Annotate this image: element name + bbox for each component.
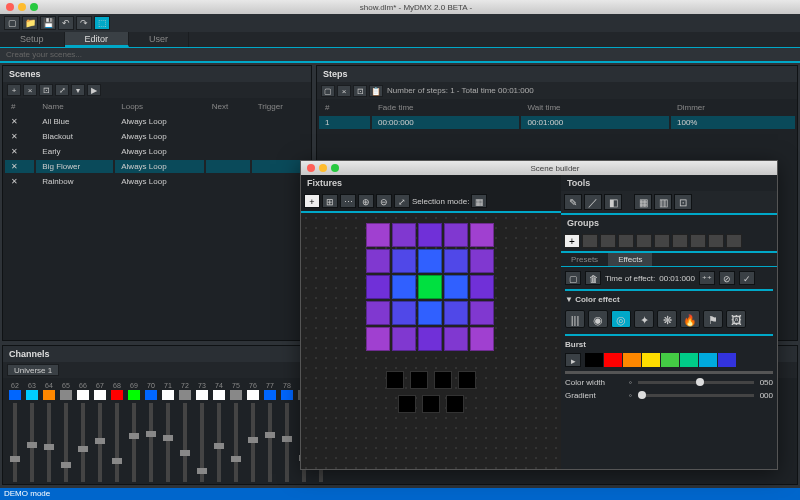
fixture-cell[interactable]	[418, 249, 442, 273]
grid-tool-2[interactable]: ▥	[654, 194, 672, 210]
fit-button[interactable]: ⤢	[394, 194, 410, 208]
group-slot[interactable]	[636, 234, 652, 248]
step-button[interactable]: ⁺⁺	[699, 271, 715, 285]
fixture-cell[interactable]	[418, 275, 442, 299]
copy-step-button[interactable]: ⊡	[353, 85, 367, 97]
channel-fader[interactable]: 69	[126, 382, 142, 484]
effect-type-burst[interactable]: ◎	[611, 310, 631, 328]
fixture-cell[interactable]	[470, 223, 494, 247]
scene-builder-titlebar[interactable]: Scene builder	[301, 161, 777, 175]
fixture-canvas[interactable]	[301, 213, 561, 469]
eraser-tool[interactable]: ◧	[604, 194, 622, 210]
new-button[interactable]: ▢	[4, 16, 20, 30]
fixture-black[interactable]	[446, 395, 464, 413]
tab-presets[interactable]: Presets	[561, 253, 608, 266]
color-swatch[interactable]	[661, 353, 679, 367]
grid-tool-1[interactable]: ▦	[634, 194, 652, 210]
channel-fader[interactable]: 71	[160, 382, 176, 484]
add-effect-button[interactable]: ▢	[565, 271, 581, 285]
fixture-cell[interactable]	[418, 327, 442, 351]
burst-range-slider[interactable]	[565, 371, 773, 374]
fixture-cell[interactable]	[392, 249, 416, 273]
zoom-icon[interactable]	[331, 164, 339, 172]
fixture-cell[interactable]	[366, 275, 390, 299]
add-fixture-button[interactable]: +	[304, 194, 320, 208]
fixture-cell[interactable]	[392, 275, 416, 299]
clear-button[interactable]: ⊘	[719, 271, 735, 285]
fixture-cell[interactable]	[470, 327, 494, 351]
group-slot[interactable]	[618, 234, 634, 248]
effect-type-flag[interactable]: ⚑	[703, 310, 723, 328]
fixture-cell[interactable]	[444, 223, 468, 247]
channel-fader[interactable]: 63	[24, 382, 40, 484]
effect-type-fire[interactable]: 🔥	[680, 310, 700, 328]
tab-setup[interactable]: Setup	[0, 32, 65, 47]
tab-effects[interactable]: Effects	[608, 253, 652, 266]
redo-button[interactable]: ↷	[76, 16, 92, 30]
fixture-cell[interactable]	[444, 275, 468, 299]
scene-row[interactable]: ✕Big FlowerAlways Loop	[5, 160, 309, 173]
fixture-cell[interactable]	[470, 275, 494, 299]
apply-button[interactable]: ✓	[739, 271, 755, 285]
close-icon[interactable]	[6, 3, 14, 11]
color-edit-button[interactable]: ▸	[565, 353, 581, 367]
channel-fader[interactable]: 62	[7, 382, 23, 484]
scene-row[interactable]: ✕RainbowAlways Loop	[5, 175, 309, 188]
group-slot[interactable]	[726, 234, 742, 248]
fixture-black[interactable]	[434, 371, 452, 389]
channel-fader[interactable]: 75	[228, 382, 244, 484]
channel-fader[interactable]: 68	[109, 382, 125, 484]
channel-fader[interactable]: 77	[262, 382, 278, 484]
fixture-cell[interactable]	[444, 301, 468, 325]
universe-select[interactable]: Universe 1	[7, 364, 59, 376]
paste-step-button[interactable]: 📋	[369, 85, 383, 97]
fixture-cell[interactable]	[444, 327, 468, 351]
group-slot[interactable]	[690, 234, 706, 248]
remove-step-button[interactable]: ×	[337, 85, 351, 97]
builder-button[interactable]: ⬚	[94, 16, 110, 30]
fixture-black[interactable]	[458, 371, 476, 389]
zoom-in-button[interactable]: ⊕	[358, 194, 374, 208]
group-slot[interactable]	[672, 234, 688, 248]
open-button[interactable]: 📁	[22, 16, 38, 30]
channel-fader[interactable]: 74	[211, 382, 227, 484]
fixture-cell[interactable]	[392, 327, 416, 351]
line-tool[interactable]: ／	[584, 194, 602, 210]
channel-fader[interactable]: 70	[143, 382, 159, 484]
fixture-cell[interactable]	[392, 301, 416, 325]
close-icon[interactable]	[307, 164, 315, 172]
copy-scene-button[interactable]: ⊡	[39, 84, 53, 96]
gradient-slider[interactable]	[638, 394, 754, 397]
channel-fader[interactable]: 66	[75, 382, 91, 484]
fixture-cell[interactable]	[366, 327, 390, 351]
effect-type-sparkle[interactable]: ✦	[634, 310, 654, 328]
fixture-tool-2[interactable]: ⋯	[340, 194, 356, 208]
color-swatch[interactable]	[585, 353, 603, 367]
fixture-tool-1[interactable]: ⊞	[322, 194, 338, 208]
color-swatch[interactable]	[604, 353, 622, 367]
selection-mode-button[interactable]: ▦	[471, 194, 487, 208]
zoom-out-button[interactable]: ⊖	[376, 194, 392, 208]
delete-effect-button[interactable]: 🗑	[585, 271, 601, 285]
fixture-cell[interactable]	[418, 223, 442, 247]
scene-row[interactable]: ✕EarlyAlways Loop	[5, 145, 309, 158]
add-scene-button[interactable]: +	[7, 84, 21, 96]
fixture-cell[interactable]	[366, 301, 390, 325]
effect-type-fan[interactable]: ❋	[657, 310, 677, 328]
play-button[interactable]: ▶	[87, 84, 101, 96]
channel-fader[interactable]: 72	[177, 382, 193, 484]
expand-button[interactable]: ⤢	[55, 84, 69, 96]
channel-fader[interactable]: 64	[41, 382, 57, 484]
fixture-cell[interactable]	[444, 249, 468, 273]
channel-fader[interactable]: 76	[245, 382, 261, 484]
effect-type-spiral[interactable]: ◉	[588, 310, 608, 328]
tab-user[interactable]: User	[129, 32, 189, 47]
fixture-cell[interactable]	[470, 249, 494, 273]
channel-fader[interactable]: 78	[279, 382, 295, 484]
group-slot[interactable]	[582, 234, 598, 248]
color-swatch[interactable]	[718, 353, 736, 367]
fixture-cell[interactable]	[366, 249, 390, 273]
color-width-slider[interactable]	[638, 381, 754, 384]
group-slot[interactable]	[654, 234, 670, 248]
color-swatch[interactable]	[623, 353, 641, 367]
